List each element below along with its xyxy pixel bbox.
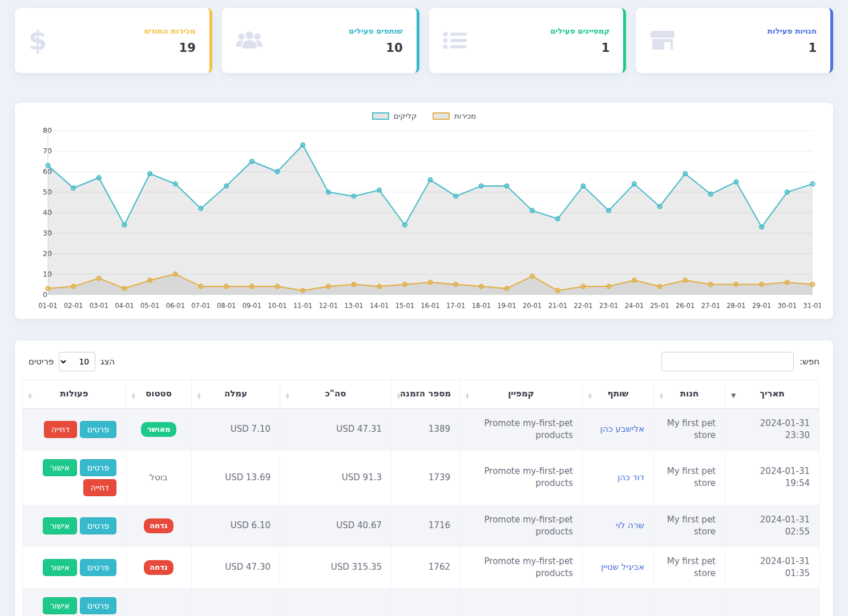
length-label-before: הצג	[100, 356, 115, 367]
column-header-5[interactable]: ▲▼סה"כ	[280, 379, 391, 408]
stat-card-0: חנויות פעילות1	[636, 8, 833, 73]
svg-text:19-01: 19-01	[497, 302, 516, 310]
column-header-label: פעולות	[60, 388, 88, 399]
dollar-icon: $	[29, 27, 47, 54]
approve-button[interactable]: אישור	[43, 517, 77, 534]
store-icon	[649, 30, 676, 51]
stats-row: חנויות פעילות1קמפיינים פעילים1שותפים פעי…	[15, 8, 833, 73]
svg-text:27-01: 27-01	[701, 302, 720, 310]
legend-item-1[interactable]: מכירות	[433, 112, 476, 120]
svg-text:08-01: 08-01	[217, 302, 236, 310]
page-length-select[interactable]: 10	[59, 352, 95, 371]
column-header-4[interactable]: ▲▼מספר הזמנה	[391, 379, 460, 408]
commission-cell: USD 6.10	[192, 505, 280, 546]
column-header-0[interactable]: ▼תאריך	[725, 379, 819, 408]
svg-text:0: 0	[43, 290, 47, 299]
svg-text:31-01: 31-01	[803, 302, 821, 310]
order-number-cell: 1716	[391, 505, 460, 546]
total-cell	[280, 588, 391, 616]
svg-text:70: 70	[43, 147, 52, 155]
status-cell: נדחה	[126, 505, 192, 546]
column-header-label: סטטוס	[146, 388, 172, 399]
details-button[interactable]: פרטים	[80, 559, 116, 576]
actions-cell: פרטיםאישור	[23, 588, 126, 616]
date-cell: 2024-01-3101:35	[725, 546, 819, 588]
sort-both-icon: ▲▼	[466, 392, 469, 399]
partner-link[interactable]: דוד כהן	[617, 472, 644, 483]
status-cell: בוטל	[126, 450, 192, 505]
sort-both-icon: ▲▼	[197, 392, 200, 399]
stat-card-3: מכירות החודש19$	[15, 8, 212, 73]
svg-text:09-01: 09-01	[243, 302, 261, 310]
column-header-7[interactable]: ▲▼סטטוס	[126, 379, 192, 408]
date-cell: 2024-01-3102:55	[725, 505, 819, 546]
store-cell	[654, 588, 725, 616]
stat-text: חנויות פעילות1	[768, 26, 817, 55]
order-number-cell	[391, 588, 460, 616]
details-button[interactable]: פרטים	[80, 459, 116, 476]
svg-text:23-01: 23-01	[599, 302, 618, 310]
legend-color-box	[433, 112, 450, 120]
column-header-2[interactable]: ▲▼שותף	[583, 379, 654, 408]
svg-text:12-01: 12-01	[319, 302, 338, 310]
svg-text:05-01: 05-01	[140, 302, 159, 310]
reject-button[interactable]: דחייה	[83, 479, 116, 496]
legend-label: קליקים	[394, 112, 417, 120]
sort-both-icon: ▲▼	[660, 392, 663, 399]
details-button[interactable]: פרטים	[80, 517, 116, 534]
details-button[interactable]: פרטים	[80, 597, 116, 614]
stat-title: שותפים פעילים	[349, 26, 402, 35]
partner-cell: אביגיל שטיין	[583, 546, 654, 588]
stat-value: 10	[349, 41, 402, 55]
stat-title: קמפיינים פעילים	[550, 26, 609, 35]
legend-item-0[interactable]: קליקים	[372, 112, 417, 120]
partner-link[interactable]: אביגיל שטיין	[601, 562, 644, 572]
reject-button[interactable]: דחייה	[44, 421, 77, 438]
details-button[interactable]: פרטים	[80, 421, 116, 438]
column-header-label: חנות	[680, 388, 699, 399]
svg-text:80: 80	[43, 126, 52, 135]
approve-button[interactable]: אישור	[43, 597, 77, 614]
date-cell: 2024-01-3123:30	[725, 408, 819, 450]
sort-desc-icon: ▼	[731, 392, 736, 399]
svg-text:20-01: 20-01	[523, 302, 542, 310]
column-header-8[interactable]: ▲▼פעולות	[23, 379, 126, 408]
column-header-1[interactable]: ▲▼חנות	[654, 379, 725, 408]
actions-cell: פרטיםאישור	[23, 505, 126, 546]
sort-both-icon: ▲▼	[132, 392, 135, 399]
commission-cell	[192, 588, 280, 616]
svg-text:26-01: 26-01	[676, 302, 694, 310]
search-input[interactable]	[661, 352, 794, 371]
svg-text:06-01: 06-01	[166, 302, 185, 310]
svg-text:18-01: 18-01	[472, 302, 491, 310]
total-cell: USD 91.3	[280, 450, 391, 505]
legend-color-box	[372, 112, 389, 120]
length-label-after: פריטים	[29, 356, 54, 367]
approve-button[interactable]: אישור	[43, 459, 77, 476]
total-cell: USD 47.31	[280, 408, 391, 450]
svg-text:17-01: 17-01	[446, 302, 465, 310]
clicks-sales-chart: 0102030405060708001-0102-0103-0104-0105-…	[27, 125, 821, 313]
partner-link[interactable]: שרה לוי	[616, 520, 644, 530]
column-header-6[interactable]: ▲▼עמלה	[192, 379, 280, 408]
campaign-cell	[460, 588, 583, 616]
sort-both-icon: ▲▼	[397, 392, 400, 399]
dashboard-page: חנויות פעילות1קמפיינים פעילים1שותפים פעי…	[0, 0, 848, 616]
stat-card-1: קמפיינים פעילים1	[429, 8, 627, 73]
actions-cell: פרטיםאישורדחייה	[23, 450, 126, 505]
total-cell: USD 40.67	[280, 505, 391, 546]
partner-cell: שרה לוי	[583, 505, 654, 546]
approve-button[interactable]: אישור	[43, 559, 77, 576]
stat-title: מכירות החודש	[144, 26, 195, 35]
status-badge: נדחה	[144, 560, 173, 575]
partner-link[interactable]: אלישבע כהן	[600, 424, 644, 434]
svg-text:03-01: 03-01	[90, 302, 108, 310]
table-body: 2024-01-3123:30My first pet storeאלישבע …	[23, 408, 819, 616]
campaign-cell: Promote my-first-pet products	[460, 546, 583, 588]
column-header-label: מספר הזמנה	[400, 388, 451, 399]
order-number-cell: 1762	[391, 546, 460, 588]
column-header-3[interactable]: ▲▼קמפיין	[460, 379, 583, 408]
partner-cell	[583, 588, 654, 616]
commission-cell: USD 7.10	[192, 408, 280, 450]
status-cell: נדחה	[126, 546, 192, 588]
